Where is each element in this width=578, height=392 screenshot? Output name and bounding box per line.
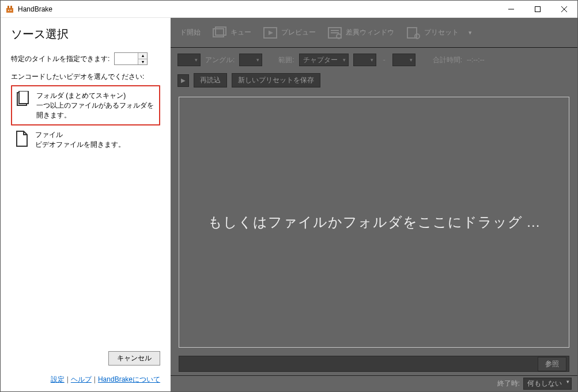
folder-option-desc: 一つ以上のファイルがあるフォルダを開きます。 — [36, 101, 156, 120]
preset-row: ▶ 再読込 新しいプリセットを保存 — [171, 72, 577, 93]
specific-title-spinner[interactable]: ▲ ▼ — [114, 52, 148, 65]
settings-link[interactable]: 設定 — [51, 375, 65, 383]
file-icon — [14, 130, 29, 147]
queue-icon — [212, 26, 227, 39]
angle-dropdown[interactable] — [239, 54, 262, 66]
spinner-down-icon[interactable]: ▼ — [138, 59, 147, 65]
main-area: ド開始 キュー プレビュー 差異ウィンドウ プ — [171, 18, 577, 391]
close-button[interactable] — [551, 1, 577, 18]
specific-title-input[interactable] — [115, 53, 138, 64]
svg-rect-1 — [7, 6, 9, 9]
range-from-dropdown[interactable] — [353, 54, 376, 66]
file-option-title: ファイル — [35, 130, 125, 140]
spinner-up-icon[interactable]: ▲ — [138, 53, 147, 59]
preview-icon — [263, 26, 278, 39]
minimize-button[interactable] — [498, 1, 524, 18]
svg-point-3 — [8, 10, 9, 11]
panel-heading: ソース選択 — [11, 26, 160, 42]
when-done-label: 終了時: — [497, 379, 520, 389]
svg-rect-6 — [535, 6, 541, 12]
summary-icon — [327, 26, 342, 39]
toolbar-preset[interactable]: プリセット ▼ — [401, 24, 477, 41]
svg-rect-2 — [10, 6, 12, 9]
instruction-text: エンコードしたいビデオを選んでください: — [11, 72, 160, 82]
preset-icon — [406, 26, 421, 39]
status-bar: 終了時: 何もしない — [171, 375, 577, 391]
source-option-file[interactable]: ファイル ビデオファイルを開きます。 — [11, 125, 160, 154]
toolbar-start[interactable]: ド開始 — [175, 25, 205, 40]
titlebar: HandBrake — [1, 1, 577, 18]
range-label: 範囲: — [278, 55, 294, 65]
cancel-button[interactable]: キャンセル — [108, 351, 160, 366]
footer-links: 設定|ヘルプ|HandBrakeについて — [51, 372, 160, 385]
about-link[interactable]: HandBrakeについて — [98, 375, 160, 383]
file-option-desc: ビデオファイルを開きます。 — [35, 140, 125, 150]
preset-play-button[interactable]: ▶ — [177, 74, 189, 87]
drop-zone[interactable]: もしくはファイルかフォルダをここにドラッグ ... — [179, 97, 569, 348]
filter-row: アングル: 範囲: チャプター - 合計時間: --:--:-- — [171, 48, 577, 72]
destination-row: 参照 — [179, 356, 569, 372]
reload-button[interactable]: 再読込 — [194, 73, 227, 87]
save-new-preset-button[interactable]: 新しいプリセットを保存 — [232, 73, 320, 87]
toolbar-summary-window[interactable]: 差異ウィンドウ — [323, 24, 399, 41]
svg-rect-10 — [19, 91, 28, 104]
svg-point-4 — [10, 10, 12, 11]
range-dash: - — [381, 56, 388, 64]
help-link[interactable]: ヘルプ — [71, 375, 92, 383]
toolbar: ド開始 キュー プレビュー 差異ウィンドウ プ — [171, 18, 577, 48]
range-to-dropdown[interactable] — [392, 54, 415, 66]
app-icon — [5, 5, 14, 14]
range-type-dropdown[interactable]: チャプター — [299, 54, 349, 66]
angle-label: アングル: — [205, 55, 235, 65]
specific-title-label: 特定のタイトルを指定できます: — [11, 54, 109, 64]
when-done-dropdown[interactable]: 何もしない — [523, 378, 572, 390]
maximize-button[interactable] — [524, 1, 551, 18]
drop-zone-text: もしくはファイルかフォルダをここにドラッグ ... — [208, 213, 541, 231]
total-time-value: --:--:-- — [467, 56, 485, 64]
source-select-panel: ソース選択 特定のタイトルを指定できます: ▲ ▼ エンコードしたいビデオを選ん… — [1, 18, 171, 391]
browse-button[interactable]: 参照 — [538, 357, 566, 371]
chevron-down-icon: ▼ — [467, 30, 473, 36]
toolbar-queue[interactable]: キュー — [207, 24, 256, 41]
toolbar-preview[interactable]: プレビュー — [258, 24, 320, 41]
total-time-label: 合計時間: — [433, 55, 462, 65]
folder-option-title: フォルダ (まとめてスキャン) — [36, 91, 156, 101]
svg-rect-0 — [6, 8, 13, 13]
window-title: HandBrake — [18, 5, 498, 13]
source-option-folder[interactable]: フォルダ (まとめてスキャン) 一つ以上のファイルがあるフォルダを開きます。 — [11, 85, 160, 125]
title-dropdown[interactable] — [177, 54, 201, 66]
folder-icon — [16, 91, 31, 108]
